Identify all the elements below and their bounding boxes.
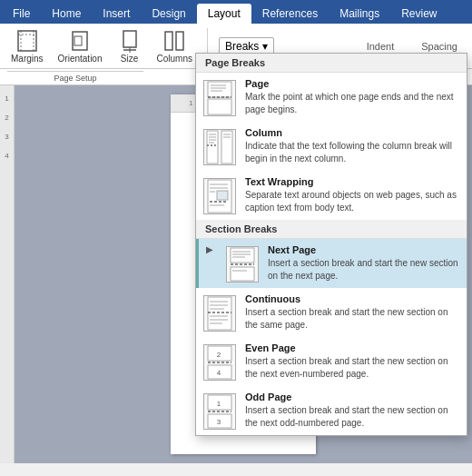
odd-page-item-text: Odd Page Insert a section break and star… — [245, 392, 459, 429]
svg-rect-17 — [207, 131, 218, 164]
odd-page-desc: Insert a section break and start the new… — [245, 404, 459, 429]
size-button[interactable]: Size — [113, 26, 146, 65]
continuous-desc: Insert a section break and start the new… — [245, 306, 459, 331]
menu-item-next-page[interactable]: ▶ Next Page Insert a section break and s… — [196, 239, 467, 288]
menu-item-continuous[interactable]: Continuous Insert a section break and st… — [196, 288, 467, 337]
column-item-text: Column Indicate that the text following … — [245, 127, 459, 164]
breaks-label: Breaks — [225, 40, 259, 53]
svg-rect-5 — [74, 36, 82, 45]
orientation-button[interactable]: Orientation — [54, 26, 106, 65]
text-wrapping-item-text: Text Wrapping Separate text around objec… — [245, 176, 459, 213]
column-desc: Indicate that the text following the col… — [245, 140, 459, 164]
even-page-desc: Insert a section break and start the new… — [245, 355, 459, 380]
breaks-dropdown-arrow: ▾ — [262, 40, 268, 53]
page-item-text: Page Mark the point at which one page en… — [245, 78, 459, 115]
columns-label: Columns — [157, 54, 192, 64]
svg-text:3: 3 — [217, 418, 221, 426]
tab-references[interactable]: References — [251, 4, 329, 24]
even-page-break-icon: 2 4 — [203, 344, 236, 381]
continuous-item-text: Continuous Insert a section break and st… — [245, 293, 459, 331]
column-title: Column — [245, 127, 459, 138]
svg-rect-6 — [123, 31, 136, 47]
svg-rect-11 — [208, 82, 231, 97]
svg-text:1: 1 — [217, 400, 221, 408]
menu-item-even-page[interactable]: 2 4 Even Page Insert a section break and… — [196, 337, 467, 386]
page-setup-label: Page Setup — [7, 71, 143, 83]
orientation-label: Orientation — [58, 54, 103, 64]
svg-rect-29 — [217, 191, 228, 200]
margins-button[interactable]: Margins — [7, 26, 47, 65]
text-wrapping-break-icon — [203, 178, 236, 214]
page-title: Page — [245, 78, 459, 89]
menu-item-odd-page[interactable]: 1 3 Odd Page Insert a section break and … — [196, 386, 467, 435]
odd-page-title: Odd Page — [245, 392, 459, 402]
menu-item-column[interactable]: Column Indicate that the text following … — [196, 122, 467, 171]
tab-insert[interactable]: Insert — [92, 4, 141, 24]
size-label: Size — [121, 54, 138, 64]
next-page-desc: Insert a section break and start the new… — [268, 257, 459, 282]
breaks-dropdown-menu: Page Breaks Page Mark the point at which… — [195, 53, 467, 436]
next-page-break-icon — [226, 246, 259, 283]
ruler-side: 1 2 3 4 — [0, 85, 15, 463]
svg-text:4: 4 — [217, 369, 221, 377]
svg-rect-18 — [221, 131, 232, 164]
spacing-label: Spacing — [421, 41, 457, 52]
text-wrapping-desc: Separate text around objects on web page… — [245, 189, 459, 213]
continuous-break-icon — [203, 295, 236, 332]
next-page-item-text: Next Page Insert a section break and sta… — [268, 244, 459, 282]
section-breaks-header: Section Breaks — [196, 220, 467, 239]
svg-rect-13 — [208, 99, 231, 114]
svg-rect-10 — [176, 32, 183, 50]
continuous-title: Continuous — [245, 293, 459, 304]
tab-layout[interactable]: Layout — [197, 4, 251, 24]
tab-design[interactable]: Design — [141, 4, 196, 24]
page-break-icon — [203, 80, 236, 116]
margins-icon — [15, 28, 40, 54]
page-desc: Mark the point at which one page ends an… — [245, 91, 459, 115]
tab-home[interactable]: Home — [41, 4, 92, 24]
svg-text:2: 2 — [217, 351, 221, 359]
margins-label: Margins — [11, 54, 44, 64]
orientation-icon — [67, 28, 93, 54]
svg-rect-35 — [231, 267, 254, 281]
menu-item-text-wrapping[interactable]: Text Wrapping Separate text around objec… — [196, 171, 467, 220]
odd-page-break-icon: 1 3 — [203, 393, 236, 430]
svg-rect-0 — [18, 31, 36, 51]
columns-icon — [162, 28, 187, 54]
indent-label: Indent — [367, 41, 395, 52]
columns-button[interactable]: Columns — [153, 26, 196, 65]
ribbon-tabs: File Home Insert Design Layout Reference… — [0, 0, 472, 24]
size-icon — [117, 28, 143, 54]
svg-rect-9 — [165, 32, 172, 50]
next-page-arrow-icon: ▶ — [206, 244, 213, 254]
tab-review[interactable]: Review — [390, 4, 447, 24]
next-page-title: Next Page — [268, 244, 459, 255]
svg-rect-33 — [231, 248, 254, 263]
even-page-title: Even Page — [245, 342, 459, 353]
even-page-item-text: Even Page Insert a section break and sta… — [245, 342, 459, 380]
column-break-icon — [203, 129, 236, 165]
page-breaks-header: Page Breaks — [196, 54, 467, 73]
tab-file[interactable]: File — [2, 4, 41, 24]
text-wrapping-title: Text Wrapping — [245, 176, 459, 187]
menu-item-page[interactable]: Page Mark the point at which one page en… — [196, 73, 467, 122]
tab-mailings[interactable]: Mailings — [329, 4, 390, 24]
